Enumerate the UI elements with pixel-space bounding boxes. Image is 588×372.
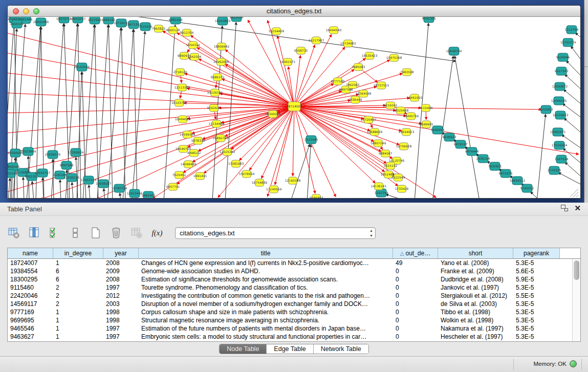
graph-edge[interactable] <box>530 191 540 198</box>
close-window-button[interactable] <box>13 8 19 14</box>
network-table-selector-value: citations_edges.txt <box>180 229 235 237</box>
table-cell: Embryonic stem cells: a model to study s… <box>139 333 393 341</box>
delete-table-icon[interactable] <box>130 226 143 239</box>
table-cell: 2 <box>53 300 103 308</box>
minimize-window-button[interactable] <box>23 8 29 14</box>
graph-edge[interactable] <box>293 106 294 176</box>
graph-edge[interactable] <box>294 47 345 106</box>
table-row[interactable]: 977716911998Corpus callosum shape and si… <box>8 308 572 316</box>
float-panel-icon[interactable] <box>561 205 568 211</box>
table-row[interactable]: 1830029562008Estimation of significance … <box>8 275 572 283</box>
graph-edge[interactable] <box>8 106 294 113</box>
graph-edge[interactable] <box>558 172 580 186</box>
graph-edge[interactable] <box>199 59 294 106</box>
graph-edge[interactable] <box>386 194 407 198</box>
column-chooser-icon[interactable] <box>28 226 41 239</box>
table-row[interactable]: 1456911722003Disruption of a novel membe… <box>8 300 572 308</box>
graph-edge[interactable] <box>32 181 34 198</box>
table-row[interactable]: 2242004622012Investigating the contribut… <box>8 292 572 300</box>
graph-edge[interactable] <box>164 25 175 198</box>
graph-edge[interactable] <box>277 36 294 106</box>
graph-edge[interactable] <box>537 114 546 198</box>
table-header-row: namein_degreeyeartitle△out_de…shortpager… <box>8 248 580 259</box>
graph-edge[interactable] <box>120 193 121 198</box>
graph-edge[interactable] <box>190 35 294 106</box>
network-canvas[interactable]: 2324516156144624055722089140619373716106… <box>8 17 580 198</box>
node-table: namein_degreeyeartitle△out_de…shortpager… <box>7 248 581 342</box>
select-rows-icon[interactable] <box>48 226 61 239</box>
column-header-title[interactable]: title <box>139 248 393 258</box>
graph-edge[interactable] <box>95 25 98 198</box>
graph-edge[interactable] <box>8 32 294 106</box>
graph-edge[interactable] <box>188 58 294 106</box>
table-cell: 1 <box>53 333 103 341</box>
graph-edge[interactable] <box>72 182 73 198</box>
graph-edge[interactable] <box>8 73 294 106</box>
graph-edge[interactable] <box>8 178 10 198</box>
function-builder-icon[interactable]: f(x) <box>150 226 164 239</box>
graph-edge[interactable] <box>455 56 480 198</box>
graph-edge[interactable] <box>294 106 370 130</box>
new-column-icon[interactable] <box>89 226 102 239</box>
table-row[interactable]: 946554611997Estimation of the future num… <box>8 324 572 333</box>
graph-edge[interactable] <box>42 178 43 198</box>
window-title: citations_edges.txt <box>8 7 580 15</box>
column-header-year[interactable]: year <box>103 248 139 258</box>
resize-grip-icon[interactable] <box>570 189 578 197</box>
graph-edge[interactable] <box>565 162 580 179</box>
table-cell: 0 <box>393 333 438 341</box>
table-row[interactable]: 1872400712008Changes of HCN gene express… <box>8 259 572 267</box>
graph-edge[interactable] <box>225 22 236 198</box>
graph-edge[interactable] <box>118 17 456 61</box>
table-cell: Tibbo et al. (1998) <box>438 308 513 316</box>
graph-edge[interactable] <box>8 93 294 106</box>
column-header-out-de-[interactable]: △out_de… <box>393 248 438 258</box>
graph-edge[interactable] <box>8 106 294 173</box>
row-mode-icon[interactable] <box>69 226 82 239</box>
column-header-name[interactable]: name <box>8 248 53 258</box>
graph-edge[interactable] <box>192 106 294 134</box>
delete-column-icon[interactable] <box>110 226 123 239</box>
graph-edge[interactable] <box>23 177 24 198</box>
tab-edge-table[interactable]: Edge Table <box>267 344 313 354</box>
column-header-in-degree[interactable]: in_degree <box>53 248 103 258</box>
tab-node-table[interactable]: Node Table <box>220 344 267 354</box>
graph-edge[interactable] <box>89 185 90 198</box>
close-panel-icon[interactable]: ✕ <box>574 205 581 211</box>
network-table-selector[interactable]: citations_edges.txt ▲▼ <box>175 227 376 239</box>
graph-edge[interactable] <box>8 106 294 133</box>
table-cell: 1997 <box>103 333 139 341</box>
graph-edge[interactable] <box>8 106 294 192</box>
graph-edge[interactable] <box>97 25 108 198</box>
graph-edge[interactable] <box>565 74 580 92</box>
graph-edge[interactable] <box>571 46 580 63</box>
table-cell: 5.3E-5 <box>513 308 560 316</box>
scrollbar-thumb[interactable] <box>574 260 579 280</box>
graph-edge[interactable] <box>564 118 580 135</box>
table-row[interactable]: 969969511998Structural magnetic resonanc… <box>8 316 572 324</box>
graph-edge[interactable] <box>307 144 311 198</box>
graph-node-label: 10653257 <box>70 17 86 20</box>
tab-network-table[interactable]: Network Table <box>314 344 368 354</box>
window-titlebar[interactable]: citations_edges.txt <box>8 6 580 17</box>
zoom-window-button[interactable] <box>33 8 39 14</box>
graph-node-label: 5051355 <box>25 174 39 178</box>
graph-node-label: 16754836 <box>252 181 268 184</box>
column-header-short[interactable]: short <box>438 248 513 258</box>
graph-node-label: 15720407 <box>361 118 377 121</box>
table-row[interactable]: 911546021997Tourette syndrome. Phenomeno… <box>8 283 572 292</box>
graph-edge[interactable] <box>575 33 580 40</box>
graph-edge[interactable] <box>104 188 105 198</box>
graph-edge[interactable] <box>185 74 294 106</box>
graph-edge[interactable] <box>225 50 294 106</box>
graph-edge[interactable] <box>108 25 113 198</box>
graph-edge[interactable] <box>123 29 133 198</box>
column-header-pagerank[interactable]: pagerank <box>513 248 560 258</box>
table-settings-icon[interactable] <box>7 226 20 239</box>
table-row[interactable]: 1938455462009Genome-wide association stu… <box>8 267 572 275</box>
graph-edge[interactable] <box>563 90 580 106</box>
graph-edge[interactable] <box>60 180 61 198</box>
graph-edge[interactable] <box>566 60 580 78</box>
table-row[interactable]: 946362711997Embryonic stem cells: a mode… <box>8 333 572 341</box>
vertical-scrollbar[interactable] <box>572 259 580 341</box>
